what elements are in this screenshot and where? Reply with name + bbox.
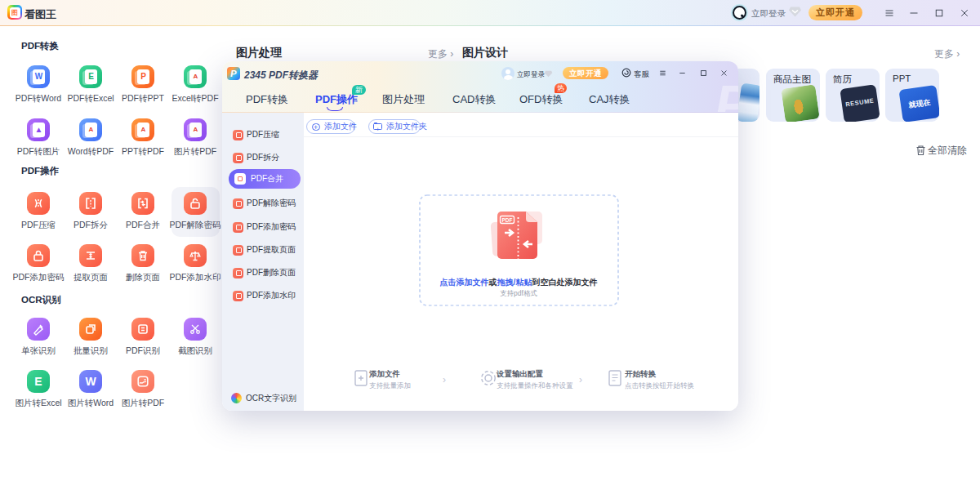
svg-text:PDF: PDF	[502, 217, 513, 223]
